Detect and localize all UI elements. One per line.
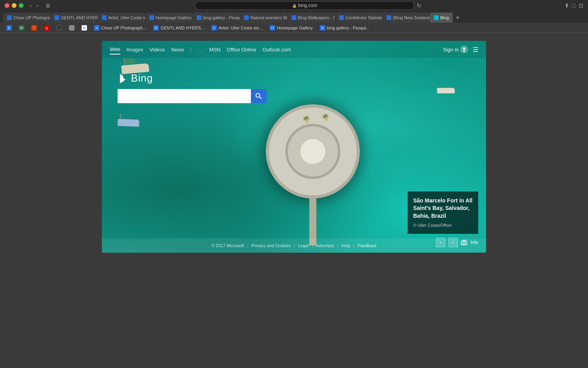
back-button[interactable]: ‹ (28, 2, 33, 9)
bookmark-label: GENTL AND HYERS... (160, 26, 204, 30)
footer-privacy[interactable]: Privacy and Cookies (251, 243, 290, 248)
tab-label: Close UP Photograph... (13, 15, 50, 20)
nav-web[interactable]: Web (110, 45, 120, 55)
hamburger-button[interactable]: ☰ (473, 46, 478, 53)
signin-button[interactable]: Sign in (443, 46, 468, 53)
signin-label: Sign in (443, 47, 459, 53)
content-area: 🌴 🌴 Web Images Videos News | … MSN Offic… (0, 33, 588, 368)
share-button[interactable]: ⬆ (564, 2, 569, 9)
close-button[interactable] (5, 3, 9, 8)
tab-1[interactable]: Close UP Photograph... (3, 13, 50, 23)
bookmarks-bar: b W f g … … G C Close UP Photograph... G… (0, 23, 588, 33)
nav-images[interactable]: Images (127, 45, 143, 54)
nav-dots: … (198, 47, 203, 53)
footer-divider-5: | (354, 243, 355, 248)
new-tab-button[interactable]: + (453, 14, 462, 22)
bookmark-label: Artist: Ulier Costa sto... (218, 26, 262, 30)
tab-4[interactable]: Homepage Gallery (145, 13, 192, 23)
tab-5[interactable]: bing gallery - Pesqui... (193, 13, 240, 23)
bookmark-favicon: W (19, 25, 24, 31)
bing-footer: © 2017 Microsoft | Privacy and Cookies |… (102, 239, 486, 253)
boat-2 (118, 119, 140, 127)
tab-7[interactable]: Bing Wallpapers - So... (288, 13, 335, 23)
address-bar-container: 🔒 bing.com ↻ (55, 1, 561, 10)
tab-label: Artist: Ulier Costa sto... (108, 15, 145, 20)
search-input[interactable] (118, 89, 251, 103)
lock-icon: 🔒 (292, 4, 297, 8)
tab-favicon (54, 15, 59, 20)
tab-favicon (102, 15, 107, 20)
bing-window: 🌴 🌴 Web Images Videos News | … MSN Offic… (102, 41, 486, 253)
bookmark-10[interactable]: A Artist: Ulier Costa sto... (208, 24, 265, 31)
tab-9[interactable]: (Bing New Zealand)... (383, 13, 430, 23)
bookmark-favicon: b (6, 25, 12, 31)
bookmark-4[interactable]: g (41, 24, 53, 31)
bing-logo-text: Bing (131, 72, 153, 84)
bookmark-8[interactable]: C Close UP Photograph... (91, 24, 149, 31)
bookmark-favicon: … (69, 25, 74, 31)
fort-structure: 🌴 🌴 (266, 104, 360, 199)
bookmark-favicon-g: G (82, 25, 87, 31)
tab-label: Bing (440, 15, 449, 20)
bookmark-11[interactable]: H Homepage Gallery (267, 24, 316, 31)
nav-links: Web Images Videos News | … MSN Office On… (110, 45, 291, 55)
tab-favicon-bing (434, 15, 439, 20)
tab-2[interactable]: GENTL AND HYERS... (51, 13, 98, 23)
tab-overview-button[interactable]: ⊞ (44, 2, 52, 9)
nav-news[interactable]: News (171, 45, 184, 54)
footer-divider-4: | (337, 243, 338, 248)
bing-navbar: Web Images Videos News | … MSN Office On… (102, 41, 486, 58)
refresh-button[interactable]: ↻ (417, 2, 421, 9)
info-title: São Marcelo Fort in All Saint's Bay, Sal… (413, 197, 473, 220)
palm-1: 🌴 (302, 115, 310, 123)
maximize-button[interactable] (19, 3, 24, 8)
title-bar: ‹ › ⊞ 🔒 bing.com ↻ ⬆ □ ⊡ (0, 0, 588, 11)
nav-msn[interactable]: MSN (209, 45, 221, 54)
bookmark-favicon: G (153, 25, 159, 31)
tab-10[interactable]: Bing (430, 13, 453, 23)
tab-favicon (387, 15, 391, 20)
bookmark-6[interactable]: … (66, 24, 78, 31)
svg-marker-1 (120, 74, 125, 83)
tab-label: Contributor Statistics... (345, 15, 382, 20)
bookmark-2[interactable]: W (16, 24, 27, 31)
footer-feedback[interactable]: Feedback (358, 243, 376, 248)
tab-label: GENTL AND HYERS... (61, 15, 98, 20)
tab-3[interactable]: Artist: Ulier Costa sto... (98, 13, 145, 23)
search-button[interactable] (251, 89, 267, 103)
bookmark-favicon: C (94, 25, 100, 31)
svg-point-2 (256, 93, 260, 97)
footer-legal[interactable]: Legal (298, 243, 309, 248)
nav-videos[interactable]: Videos (149, 45, 165, 54)
forward-button[interactable]: › (35, 2, 40, 9)
bookmark-favicon: b (320, 25, 325, 31)
search-icon (255, 93, 262, 100)
window-controls: ⊞ (44, 2, 52, 9)
nav-outlook[interactable]: Outlook.com (262, 45, 291, 54)
tab-label: Homepage Gallery (156, 15, 192, 20)
bookmark-1[interactable]: b (3, 24, 15, 31)
more-button[interactable]: ⊡ (579, 2, 583, 9)
tab-8[interactable]: Contributor Statistics... (335, 13, 382, 23)
footer-divider-2: | (294, 243, 295, 248)
fort-dome (299, 138, 327, 165)
minimize-button[interactable] (12, 3, 16, 8)
traffic-lights (5, 3, 24, 8)
nav-office[interactable]: Office Online (227, 45, 256, 54)
bookmark-3[interactable]: f (28, 24, 40, 31)
tab-label: Natural wonders Wall... (250, 15, 287, 20)
browser-chrome: ‹ › ⊞ 🔒 bing.com ↻ ⬆ □ ⊡ Close UP Photog… (0, 0, 588, 33)
bing-logo: Bing (118, 72, 267, 84)
bookmark-button[interactable]: □ (572, 2, 575, 9)
footer-advertise[interactable]: Advertise (316, 243, 334, 248)
bookmark-9[interactable]: G GENTL AND HYERS... (150, 24, 207, 31)
footer-copyright: © 2017 Microsoft (211, 243, 244, 248)
tab-favicon (149, 15, 154, 20)
bookmark-7[interactable]: G (78, 24, 90, 31)
bookmark-12[interactable]: b bing gallery - Pesqui... (317, 24, 373, 31)
tab-favicon (339, 15, 344, 20)
tab-6[interactable]: Natural wonders Wall... (240, 13, 287, 23)
address-bar[interactable]: 🔒 bing.com (195, 1, 414, 10)
bookmark-5[interactable]: … (53, 24, 65, 31)
footer-help[interactable]: Help (341, 243, 350, 248)
